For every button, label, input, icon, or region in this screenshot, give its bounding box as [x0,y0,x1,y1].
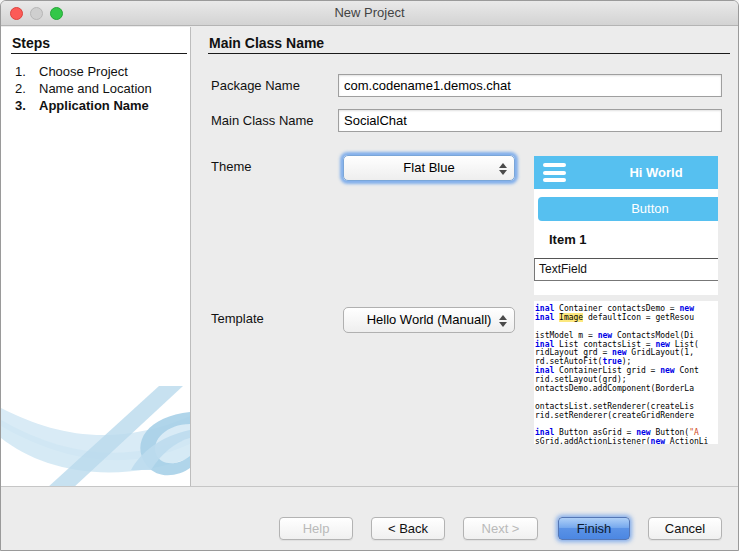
step-application-name: 3. Application Name [15,97,152,114]
hamburger-menu-icon [543,163,566,186]
preview-button-label: Button [631,201,669,216]
template-code-preview: inal Container contactsDemo = newinal Im… [534,301,718,444]
template-select[interactable]: Hello World (Manuall) [343,307,515,333]
main-class-name-input[interactable] [338,109,722,132]
package-name-label: Package Name [211,78,300,93]
steps-list: 1. Choose Project 2. Name and Location 3… [15,63,152,114]
step-label: Name and Location [39,80,152,97]
new-project-dialog: New Project Steps 1. Choose Project 2. N… [0,0,739,551]
main-panel: Main Class Name Package Name Main Class … [192,27,738,488]
window-title: New Project [1,5,738,20]
template-selected-value: Hello World (Manuall) [367,312,492,327]
page-title-rule [208,53,730,54]
cancel-button[interactable]: Cancel [648,517,722,540]
theme-selected-value: Flat Blue [403,160,454,175]
step-name-and-location: 2. Name and Location [15,80,152,97]
title-bar: New Project [1,1,738,26]
back-button[interactable]: < Back [371,517,445,540]
theme-preview: Hi World Button Item 1 TextField [534,156,718,295]
finish-button[interactable]: Finish [558,517,630,540]
step-label: Application Name [39,97,149,114]
template-label: Template [211,311,264,326]
step-choose-project: 1. Choose Project [15,63,152,80]
steps-heading-rule [11,53,187,54]
package-name-input[interactable] [338,74,722,97]
stepper-arrows-icon [498,312,507,330]
preview-list-item: Item 1 [549,232,587,247]
step-label: Choose Project [39,63,128,80]
steps-sidebar: Steps 1. Choose Project 2. Name and Loca… [1,27,191,488]
steps-heading: Steps [12,35,50,51]
button-bar: Help < Back Next > Finish Cancel [1,486,738,550]
theme-label: Theme [211,159,251,174]
theme-select[interactable]: Flat Blue [343,155,515,181]
next-button[interactable]: Next > [463,517,538,540]
main-class-name-label: Main Class Name [211,113,314,128]
preview-textfield: TextField [534,258,718,281]
preview-button: Button [538,197,718,221]
preview-title-bar: Hi World [534,156,718,189]
stepper-arrows-icon [498,160,507,178]
decorative-swirl [1,386,190,488]
help-button[interactable]: Help [279,517,353,540]
page-title: Main Class Name [209,35,324,51]
preview-title: Hi World [629,165,682,180]
